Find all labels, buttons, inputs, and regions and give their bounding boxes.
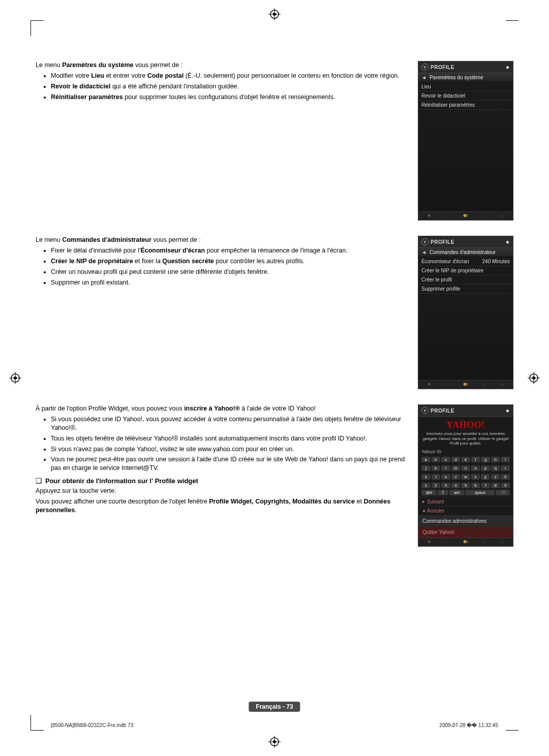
key[interactable]: 6 (471, 483, 480, 488)
sec1-intro: Le menu Paremètres du système vous perme… (36, 61, 412, 70)
widget-row-reinit[interactable]: Réinitialiser paramètres (418, 101, 513, 110)
key[interactable]: l (441, 465, 450, 471)
list-item: Vous ne pourrez peut-être pas ouvrir une… (51, 455, 412, 472)
widget-footer: ✕ ○ ⚈! ⌂ ▭ (418, 211, 513, 220)
minimize-icon[interactable]: ○ (444, 540, 451, 545)
key[interactable]: 4 (451, 483, 461, 488)
key[interactable]: 2 (432, 483, 441, 488)
yahoo-bubble-icon[interactable]: ⚈! (462, 540, 469, 545)
list-item: Réinitialiser paramètres pour supprimer … (51, 93, 412, 102)
sec1-list: Modifier votre Lieu et entrer votre Code… (36, 72, 412, 102)
key[interactable]: r (501, 465, 510, 471)
list-item: Tous les objets fenêtre de téléviseur Ya… (51, 434, 412, 443)
key-space[interactable]: space (466, 490, 495, 495)
action-quit-yahoo[interactable]: Quitter Yahoo! (418, 526, 513, 538)
yahoo-logo: YAHOO! (418, 417, 513, 431)
sec4-p2: Vous pouvez afficher une courte descript… (36, 497, 412, 515)
key-symbols[interactable]: @# (421, 490, 437, 495)
minimize-icon[interactable]: ○ (444, 213, 451, 218)
widget-title: PROFILE (431, 408, 454, 414)
text-bold: Paremètres du système (62, 61, 133, 69)
widget-admin-commands: YPROFILE ★ ◄ Commandes d'administrateur … (418, 236, 513, 389)
key[interactable]: v (451, 474, 461, 480)
close-icon[interactable]: ✕ (426, 540, 433, 545)
yahoo-icon: Y (421, 238, 429, 245)
close-icon[interactable]: ✕ (426, 213, 433, 218)
star-icon: ★ (505, 65, 510, 70)
back-arrow-icon: ◄ (421, 249, 426, 255)
key[interactable]: 1 (421, 483, 431, 488)
key[interactable]: t (432, 474, 441, 480)
home-icon[interactable]: ⌂ (480, 382, 487, 387)
widget-row-lieu[interactable]: Lieu (418, 82, 513, 91)
key[interactable]: f (471, 457, 480, 462)
key[interactable]: m (451, 465, 461, 471)
section-heading: ❑ Pour obtenir de l'information sur l' P… (36, 477, 412, 485)
sec3-list: Si vous possédez une ID Yahoo!, vous pou… (36, 415, 412, 472)
crop-mark-bl (30, 715, 44, 731)
key[interactable]: c (441, 457, 450, 462)
widget-row-create-profile[interactable]: Créer le profil (418, 275, 513, 285)
sec3-p1: À partir de l'option Profile Widget, vou… (36, 404, 412, 413)
key[interactable]: q (491, 465, 500, 471)
key[interactable]: h (491, 457, 500, 462)
widget-subheader[interactable]: ◄ Commandes d'administrateur (418, 248, 513, 257)
key-shift[interactable]: ⇧ (438, 490, 448, 495)
widget-row-didacticiel[interactable]: Revoir le didacticiel (418, 91, 513, 101)
key[interactable]: 9 (501, 483, 510, 488)
key[interactable]: 3 (441, 483, 450, 488)
key[interactable]: 8 (491, 483, 500, 488)
widget-system-settings: YPROFILE ★ ◄ Paremètres du système Lieu … (418, 61, 513, 220)
text: Le menu (36, 61, 62, 69)
home-icon[interactable]: ⌂ (480, 540, 487, 545)
action-admin-commands[interactable]: Commandes administratives (418, 515, 513, 526)
yahoo-bubble-icon[interactable]: ⚈! (462, 382, 469, 387)
key[interactable]: 7 (481, 483, 490, 488)
widget-row-screensaver[interactable]: Économiseur d'écran240 Minutes (418, 257, 513, 266)
widget-row-pin[interactable]: Créer le NIP de propriétaire (418, 266, 513, 275)
key[interactable]: d (451, 457, 461, 462)
key[interactable]: 0 (501, 474, 510, 480)
widget-subheader[interactable]: ◄ Paremètres du système (418, 73, 513, 82)
action-annuler[interactable]: ◂Annuler (418, 506, 513, 515)
key-accents[interactable]: aöí (449, 490, 465, 495)
key[interactable]: g (481, 457, 490, 462)
key[interactable]: j (421, 465, 431, 471)
key[interactable]: a (421, 457, 431, 462)
yahoo-id-label: Yahoo! ID (418, 448, 513, 455)
key[interactable]: s (421, 474, 431, 480)
key[interactable]: n (461, 465, 470, 471)
list-item: Supprimer un profil existant. (51, 278, 412, 287)
key[interactable]: k (432, 465, 441, 471)
sec4-p1: Appuyez sur la touche verte. (36, 487, 412, 495)
key[interactable]: x (471, 474, 480, 480)
key[interactable]: e (461, 457, 470, 462)
key-backspace[interactable]: ⌫ (496, 490, 510, 495)
home-icon[interactable]: ⌂ (480, 213, 487, 218)
menu-icon[interactable]: ▭ (498, 540, 505, 545)
close-icon[interactable]: ✕ (426, 382, 433, 387)
minimize-icon[interactable]: ○ (444, 382, 451, 387)
menu-icon[interactable]: ▭ (498, 213, 505, 218)
key[interactable]: o (471, 465, 480, 471)
menu-icon[interactable]: ▭ (498, 382, 505, 387)
key[interactable]: y (481, 474, 490, 480)
key[interactable]: u (441, 474, 450, 480)
svg-point-15 (532, 376, 535, 380)
arrow-icon: ▸ (422, 499, 425, 504)
key[interactable]: i (501, 457, 510, 462)
key[interactable]: b (432, 457, 441, 462)
key[interactable]: w (461, 474, 470, 480)
svg-point-7 (273, 740, 276, 743)
key[interactable]: z (491, 474, 500, 480)
key[interactable]: p (481, 465, 490, 471)
yahoo-icon: Y (421, 64, 429, 71)
keyboard-row: stuvwxyz0 (418, 472, 513, 481)
action-suivant[interactable]: ▸Suivant (418, 497, 513, 506)
yahoo-bubble-icon[interactable]: ⚈! (462, 213, 469, 218)
reg-mark-left (9, 372, 21, 384)
widget-row-delete-profile[interactable]: Supprimer profile (418, 285, 513, 294)
key[interactable]: 5 (461, 483, 470, 488)
star-icon: ★ (505, 239, 510, 245)
list-item: Si vous n'avez pas de compte Yahoo!, vis… (51, 445, 412, 454)
